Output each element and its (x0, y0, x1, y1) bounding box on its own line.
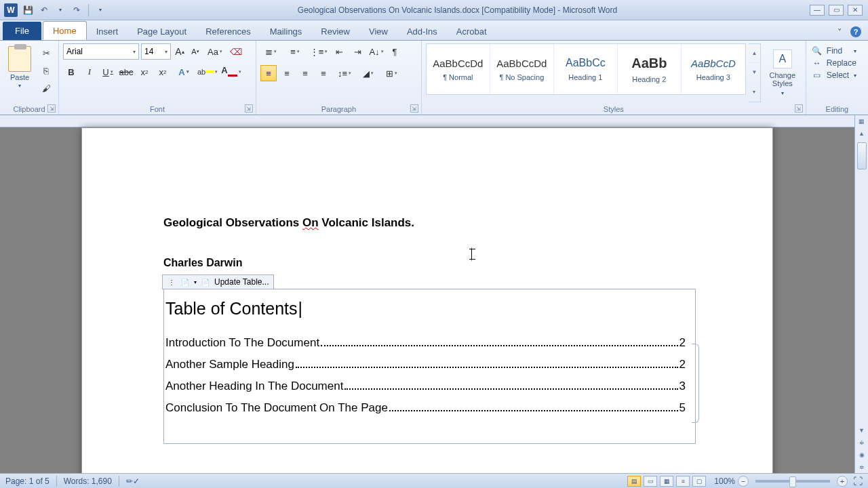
paste-button[interactable]: Paste ▾ (4, 43, 35, 102)
zoom-slider[interactable] (755, 480, 830, 483)
tab-add-ins[interactable]: Add-Ins (397, 22, 447, 40)
update-table-button[interactable]: Update Table... (214, 277, 269, 287)
change-case-icon[interactable]: Aa (204, 43, 226, 60)
replace-button[interactable]: ↔Replace (812, 58, 856, 68)
zoom-level[interactable]: 100% (714, 476, 735, 486)
tab-mailings[interactable]: Mailings (260, 22, 312, 40)
full-screen-view[interactable]: ▭ (644, 476, 657, 487)
tab-references[interactable]: References (196, 22, 260, 40)
tab-insert[interactable]: Insert (87, 22, 128, 40)
proofing-icon[interactable]: ✏✓ (126, 476, 140, 486)
horizontal-ruler[interactable] (0, 115, 868, 127)
font-name-combo[interactable]: Arial▾ (63, 43, 139, 60)
subscript-button[interactable]: x2 (136, 64, 153, 80)
toc-entry[interactable]: Another Sample Heading2 (165, 358, 686, 371)
scroll-thumb[interactable] (857, 142, 867, 169)
style-normal[interactable]: AaBbCcDd¶ Normal (427, 44, 490, 94)
tab-acrobat[interactable]: Acrobat (447, 22, 496, 40)
strikethrough-button[interactable]: abc (118, 64, 134, 80)
align-right-button[interactable]: ≡ (297, 65, 313, 81)
borders-icon[interactable]: ⊞ (381, 65, 403, 81)
next-page-icon[interactable]: ≑ (855, 461, 868, 473)
qat-dropdown-icon[interactable]: ▾ (54, 4, 66, 16)
document-title[interactable]: Geological Observations On Volcanic Isla… (163, 216, 691, 230)
style-no-spacing[interactable]: AaBbCcDd¶ No Spacing (490, 44, 554, 94)
minimize-button[interactable]: — (810, 5, 825, 16)
fit-window-icon[interactable]: ⛶ (853, 476, 863, 487)
format-painter-icon[interactable]: 🖌 (39, 81, 53, 95)
dialog-launcher-icon[interactable]: ⇲ (410, 104, 418, 113)
increase-indent-icon[interactable]: ⇥ (350, 43, 366, 60)
text-effects-icon[interactable]: A (173, 64, 195, 80)
toc-options-icon[interactable]: 📄 (180, 277, 190, 287)
web-layout-view[interactable]: ▦ (660, 476, 673, 487)
style-heading-2[interactable]: AaBbHeading 2 (618, 44, 682, 94)
tab-home[interactable]: Home (43, 21, 87, 40)
font-size-combo[interactable]: 14▾ (141, 43, 171, 60)
vertical-scrollbar[interactable]: ▦ ▲ ▼ ≑ ◉ ≑ (854, 115, 868, 473)
style-heading-1[interactable]: AaBbCcHeading 1 (554, 44, 618, 94)
toc-title[interactable]: Table of Contents (165, 299, 686, 319)
dialog-launcher-icon[interactable]: ⇲ (245, 104, 253, 113)
cut-icon[interactable]: ✂ (39, 46, 53, 60)
tab-page-layout[interactable]: Page Layout (127, 22, 196, 40)
align-left-button[interactable]: ≡ (260, 65, 277, 81)
shrink-font-icon[interactable]: A▾ (189, 43, 202, 60)
browse-object-icon[interactable]: ◉ (855, 449, 868, 461)
tab-view[interactable]: View (359, 22, 397, 40)
document-author[interactable]: Charles Darwin (163, 257, 691, 269)
tab-review[interactable]: Review (311, 22, 359, 40)
style-heading-3[interactable]: AaBbCcDHeading 3 (682, 44, 745, 94)
redo-icon[interactable]: ↷ (71, 4, 83, 16)
clear-formatting-icon[interactable]: ⌫ (228, 43, 244, 60)
document-page[interactable]: Geological Observations On Volcanic Isla… (81, 127, 773, 473)
superscript-button[interactable]: x2 (155, 64, 171, 80)
show-hide-marks-icon[interactable]: ¶ (387, 43, 403, 60)
justify-button[interactable]: ≡ (315, 65, 332, 81)
change-styles-button[interactable]: A Change Styles ▾ (764, 43, 802, 102)
customize-qat-icon[interactable]: ▾ (94, 4, 106, 16)
multilevel-list-icon[interactable]: ⋮≡ (308, 43, 330, 60)
toc-entry[interactable]: Another Heading In The Document3 (165, 380, 686, 393)
scroll-up-icon[interactable]: ▲ (855, 127, 868, 140)
dialog-launcher-icon[interactable]: ⇲ (795, 104, 803, 113)
toc-handle-icon[interactable]: ⋮ (167, 277, 176, 287)
italic-button[interactable]: I (81, 64, 98, 80)
outline-view[interactable]: ≡ (676, 476, 690, 487)
word-count[interactable]: Words: 1,690 (64, 476, 112, 486)
undo-icon[interactable]: ↶ (38, 4, 50, 16)
toc-container[interactable]: Table of Contents Introduction To The Do… (163, 289, 696, 444)
underline-button[interactable]: U (100, 64, 116, 80)
decrease-indent-icon[interactable]: ⇤ (332, 43, 348, 60)
print-layout-view[interactable]: ▤ (627, 476, 641, 487)
maximize-button[interactable]: ▭ (829, 5, 844, 16)
shading-icon[interactable]: ◢ (357, 65, 379, 81)
chevron-down-icon[interactable]: ▾ (194, 279, 197, 285)
page-number[interactable]: Page: 1 of 5 (5, 476, 50, 486)
draft-view[interactable]: ▢ (692, 476, 706, 487)
grow-font-icon[interactable]: A▴ (173, 43, 186, 60)
close-button[interactable]: ✕ (848, 5, 863, 16)
minimize-ribbon-icon[interactable]: ˅ (834, 26, 845, 37)
bold-button[interactable]: B (63, 64, 79, 80)
numbering-icon[interactable]: ≡ (284, 43, 306, 60)
align-center-button[interactable]: ≡ (279, 65, 295, 81)
dialog-launcher-icon[interactable]: ⇲ (47, 104, 56, 113)
tab-file[interactable]: File (3, 22, 41, 40)
toc-entry[interactable]: Introduction To The Document2 (165, 336, 686, 350)
line-spacing-icon[interactable]: ↕≡ (334, 65, 355, 81)
sort-icon[interactable]: A↓ (368, 43, 384, 60)
zoom-in-button[interactable]: + (837, 476, 848, 487)
help-icon[interactable]: ? (850, 26, 861, 37)
select-button[interactable]: ▭Select▾ (812, 70, 856, 80)
zoom-out-button[interactable]: − (738, 476, 749, 487)
save-icon[interactable]: 💾 (22, 4, 34, 16)
ruler-toggle-icon[interactable]: ▦ (855, 115, 868, 127)
find-button[interactable]: 🔍Find▾ (812, 46, 856, 56)
toc-entry[interactable]: Conclusion To The Document On The Page5 (165, 401, 686, 415)
prev-page-icon[interactable]: ≑ (855, 436, 868, 449)
scroll-down-icon[interactable]: ▼ (855, 424, 868, 436)
highlight-color-icon[interactable]: ab (197, 64, 218, 80)
gallery-scroll[interactable]: ▲▼▾ (749, 43, 761, 102)
font-color-icon[interactable]: A (220, 64, 242, 80)
